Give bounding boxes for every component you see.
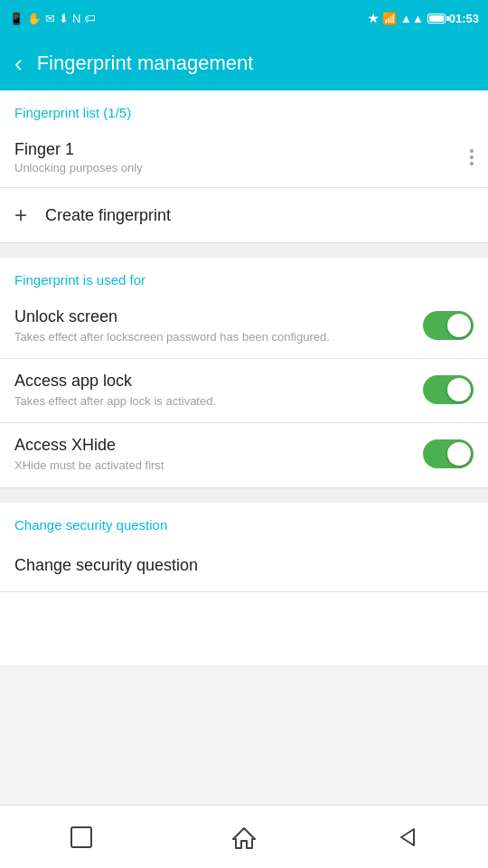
unlock-screen-row: Unlock screen Takes effect after lockscr…	[0, 295, 488, 359]
access-xhide-title: Access XHide	[14, 436, 164, 455]
dot-1	[470, 149, 474, 153]
page-title: Fingerprint management	[37, 52, 254, 75]
recent-apps-button[interactable]	[54, 810, 108, 864]
svg-marker-0	[233, 828, 255, 848]
create-fingerprint-label: Create fingerprint	[45, 206, 171, 225]
access-xhide-text: Access XHide XHide must be activated fir…	[14, 436, 164, 474]
fingerprint-name: Finger 1	[14, 140, 143, 159]
bottom-padding	[0, 592, 488, 665]
download-icon: ⬇	[59, 12, 69, 25]
toggle-thumb	[447, 378, 471, 401]
recent-apps-icon	[70, 826, 92, 848]
bluetooth-icon: ★	[368, 12, 379, 25]
access-xhide-row: Access XHide XHide must be activated fir…	[0, 423, 488, 487]
status-icons-left: 📱 ✋ ✉ ⬇ N 🏷	[9, 12, 96, 25]
create-fingerprint-button[interactable]: + Create fingerprint	[0, 188, 488, 243]
more-options-button[interactable]	[470, 149, 474, 165]
unlock-screen-text: Unlock screen Takes effect after lockscr…	[14, 307, 330, 345]
top-bar: ‹ Fingerprint management	[0, 36, 488, 90]
back-button[interactable]: ‹	[14, 52, 23, 75]
signal-icon: ▲▲	[400, 12, 424, 25]
back-nav-icon	[394, 825, 419, 850]
fingerprint-list-item: Finger 1 Unlocking purposes only	[0, 127, 488, 188]
access-app-lock-subtitle: Takes effect after app lock is activated…	[14, 393, 216, 410]
unlock-screen-toggle[interactable]	[423, 311, 474, 340]
home-button[interactable]	[217, 810, 271, 864]
fingerprint-subtitle: Unlocking purposes only	[14, 161, 143, 175]
access-xhide-subtitle: XHide must be activated first	[14, 458, 164, 474]
fingerprint-used-for-header: Fingerprint is used for	[0, 258, 488, 295]
status-bar: 📱 ✋ ✉ ⬇ N 🏷 ★ 📶 ▲▲ 01:53	[0, 0, 488, 36]
status-icons-right: ★ 📶 ▲▲ 01:53	[368, 12, 479, 25]
access-xhide-toggle[interactable]	[423, 439, 474, 468]
access-app-lock-text: Access app lock Takes effect after app l…	[14, 372, 216, 410]
access-app-lock-toggle[interactable]	[423, 375, 474, 404]
bottom-nav	[0, 805, 488, 868]
battery-icon	[427, 14, 446, 24]
hand-icon: ✋	[27, 12, 42, 25]
time-display: 01:53	[449, 12, 479, 25]
tag-icon: 🏷	[84, 12, 96, 25]
dot-3	[470, 162, 474, 165]
back-nav-button[interactable]	[380, 810, 434, 864]
fingerprint-item-text: Finger 1 Unlocking purposes only	[14, 140, 143, 175]
unlock-screen-title: Unlock screen	[14, 307, 330, 326]
toggle-thumb	[447, 314, 471, 337]
facebook-icon: 📱	[9, 12, 23, 25]
wifi-icon: 📶	[382, 12, 397, 25]
security-section-header: Change security question	[0, 503, 488, 540]
dot-2	[470, 156, 474, 159]
home-icon	[231, 825, 257, 850]
svg-marker-1	[401, 829, 414, 845]
access-app-lock-title: Access app lock	[14, 372, 216, 391]
change-security-question-item[interactable]: Change security question	[0, 540, 488, 592]
section-divider-1	[0, 243, 488, 258]
main-content: Fingerprint list (1/5) Finger 1 Unlockin…	[0, 90, 488, 665]
access-app-lock-row: Access app lock Takes effect after app l…	[0, 359, 488, 423]
section-divider-2	[0, 488, 488, 503]
plus-icon: +	[14, 204, 27, 226]
fingerprint-list-header: Fingerprint list (1/5)	[0, 90, 488, 127]
unlock-screen-subtitle: Takes effect after lockscreen password h…	[14, 329, 330, 345]
n-icon: N	[72, 12, 80, 25]
mail-icon: ✉	[45, 12, 55, 25]
